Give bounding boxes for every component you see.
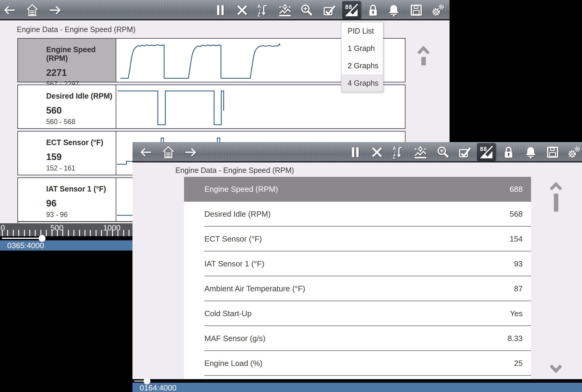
sort-az-icon[interactable]	[391, 145, 406, 159]
alerts-bell-icon[interactable]	[386, 3, 401, 17]
close-icon[interactable]	[235, 3, 250, 17]
pid-value: 25	[514, 359, 531, 368]
pid-value: 568	[510, 209, 531, 219]
pid-range: 93 - 96	[46, 211, 113, 219]
lock-icon[interactable]	[366, 3, 381, 17]
menu-item-2-graphs[interactable]: 2 Graphs	[341, 57, 383, 74]
home-icon[interactable]	[25, 3, 40, 17]
pid-row-ect-sensor[interactable]: ECT Sensor (°F) 154	[184, 227, 531, 251]
scroll-down-button[interactable]	[549, 363, 563, 375]
pause-icon[interactable]	[213, 3, 228, 17]
pid-row-iat-sensor[interactable]: IAT Sensor 1 (°F) 93	[184, 251, 531, 276]
page-title: Engine Data - Engine Speed (RPM)	[17, 25, 135, 34]
pid-value: 560	[46, 105, 113, 116]
menu-item-pid-list[interactable]: PID List	[341, 22, 383, 40]
save-icon[interactable]	[409, 3, 424, 17]
frame-counter: 0164:4000	[132, 383, 582, 392]
graph-display-menu: PID List 1 Graph 2 Graphs 4 Graphs	[341, 22, 383, 92]
graph-display-icon[interactable]	[342, 1, 361, 19]
back-icon[interactable]	[138, 145, 153, 159]
zoom-in-icon[interactable]	[299, 3, 314, 17]
pid-name: Cold Start-Up	[184, 309, 510, 318]
timeline-slider-knob[interactable]	[144, 378, 150, 385]
compare-data-icon[interactable]	[413, 145, 428, 159]
pid-name: Desired Idle (RPM)	[184, 209, 510, 219]
pid-row-desired-idle[interactable]: Desired Idle (RPM) 568	[184, 202, 531, 227]
menu-item-1-graph[interactable]: 1 Graph	[341, 40, 383, 57]
pid-name: Engine Load (%)	[184, 359, 514, 368]
pid-row-cold-start-up[interactable]: Cold Start-Up Yes	[184, 301, 531, 326]
tile-label-panel: Desired Idle (RPM) 560 560 - 568	[18, 85, 116, 128]
close-icon[interactable]	[370, 145, 385, 159]
home-icon[interactable]	[161, 145, 176, 159]
forward-icon[interactable]	[183, 145, 198, 159]
pid-value: 8.33	[507, 334, 531, 343]
timeline-track[interactable]	[132, 379, 582, 383]
pid-value: 93	[514, 259, 531, 269]
scanner-screen: { "colors": { "accent_blue": "#4d78a6", …	[0, 0, 582, 392]
settings-icon[interactable]	[431, 3, 446, 17]
pid-range: 152 - 161	[46, 164, 113, 172]
timeline-progress	[134, 381, 144, 382]
confirm-icon[interactable]	[457, 145, 472, 159]
page-title: Engine Data - Engine Speed (RPM)	[175, 166, 294, 175]
timeline-progress	[2, 238, 42, 239]
pid-value: Yes	[510, 309, 531, 318]
pid-name: ECT Sensor (°F)	[46, 138, 113, 147]
timeline-slider-knob[interactable]	[39, 235, 46, 242]
pid-value: 159	[46, 152, 113, 162]
compare-data-icon[interactable]	[278, 3, 292, 17]
back-toolbar	[0, 0, 450, 20]
pid-name: MAF Sensor (g/s)	[184, 334, 507, 343]
alerts-bell-icon[interactable]	[523, 145, 538, 159]
pid-value: 87	[514, 284, 531, 293]
graph-display-icon[interactable]	[477, 143, 496, 161]
pid-value: 154	[510, 234, 531, 244]
pause-icon[interactable]	[348, 145, 363, 159]
pid-name: Engine Speed (RPM)	[184, 185, 510, 194]
scroll-up-button[interactable]	[549, 180, 563, 212]
forward-icon[interactable]	[48, 3, 63, 17]
front-toolbar	[132, 142, 582, 162]
pid-row-engine-load[interactable]: Engine Load (%) 25	[184, 351, 531, 376]
pid-name: Engine Speed (RPM)	[46, 45, 113, 63]
pid-value: 688	[510, 185, 531, 194]
pid-row-engine-speed[interactable]: Engine Speed (RPM) 688	[184, 177, 531, 202]
pid-row-maf-sensor[interactable]: MAF Sensor (g/s) 8.33	[184, 326, 531, 351]
tile-label-panel: ECT Sensor (°F) 159 152 - 161	[18, 132, 116, 175]
pid-name: ECT Sensor (°F)	[184, 234, 510, 244]
settings-icon[interactable]	[567, 145, 582, 159]
tile-label-panel: Engine Speed (RPM) 2271 567 - 2297	[18, 39, 116, 82]
lock-icon[interactable]	[501, 145, 516, 159]
pid-name: Desired Idle (RPM)	[46, 92, 113, 100]
zoom-in-icon[interactable]	[435, 145, 450, 159]
pid-range: 560 - 568	[46, 118, 113, 126]
pid-name: IAT Sensor 1 (°F)	[46, 185, 113, 193]
sort-az-icon[interactable]	[256, 3, 271, 17]
save-icon[interactable]	[545, 145, 560, 159]
pid-value: 96	[46, 198, 113, 209]
pid-name: Ambient Air Temperature (°F)	[184, 284, 514, 293]
pid-name: IAT Sensor 1 (°F)	[184, 259, 514, 269]
pid-row-ambient-air-temp[interactable]: Ambient Air Temperature (°F) 87	[184, 276, 531, 301]
menu-item-4-graphs[interactable]: 4 Graphs	[341, 74, 383, 92]
pid-value: 2271	[46, 67, 113, 78]
pid-list: Engine Speed (RPM) 688 Desired Idle (RPM…	[184, 177, 531, 379]
scroll-up-button[interactable]	[417, 44, 430, 65]
confirm-icon[interactable]	[322, 3, 337, 17]
tile-label-panel: IAT Sensor 1 (°F) 96 93 - 96	[18, 178, 116, 221]
pid-list-window: Engine Data - Engine Speed (RPM) Engine …	[132, 142, 582, 392]
back-icon[interactable]	[2, 3, 17, 17]
